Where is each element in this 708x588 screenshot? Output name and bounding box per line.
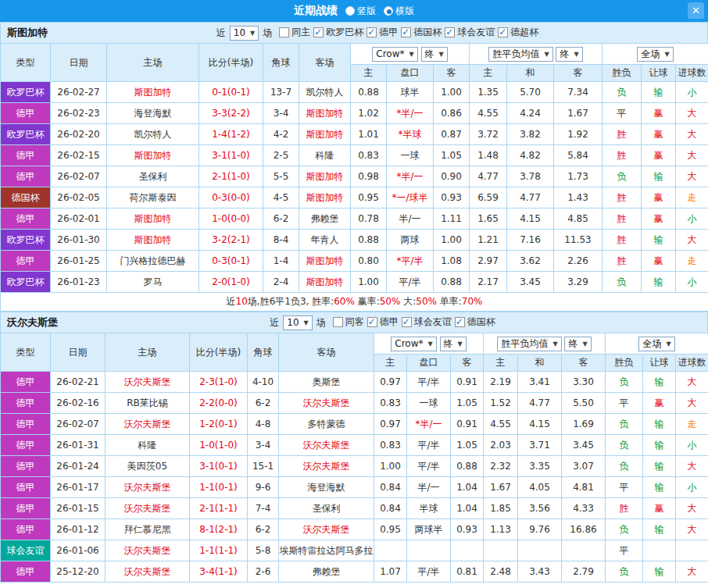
league-filter-checkbox[interactable]: 球会友谊 [445,26,495,39]
asia-away-odds: 0.87 [434,124,470,145]
handicap-value: 平/半 [407,561,451,583]
let-result-badge: 赢 [642,187,676,208]
filter-label: 德甲 [379,26,398,39]
euro-draw-odds: 3.62 [507,251,554,272]
euro-avg-select[interactable]: 胜平负均值▼ [497,337,561,351]
col-header-result: 胜负 [603,65,642,82]
let-result-badge: 赢 [642,251,676,272]
col-header-score: 比分(半场) [190,333,248,372]
home-team: 美因茨05 [105,456,190,477]
matches-body: 欧罗巴杯26-02-27斯图加特0-1(0-1)13-7凯尔特人0.88球半1.… [1,82,708,293]
away-team: 斯图加特 [299,166,351,187]
euro-away-odds: 5.84 [554,145,603,166]
home-team: 斯图加特 [107,230,199,251]
checkbox-unchecked-icon[interactable] [279,27,289,37]
checkbox-checked-icon[interactable] [402,317,412,327]
euro-draw-odds: 4.15 [507,208,554,230]
away-team: 凯尔特人 [299,82,351,103]
col-header-handicap: 盘口 [387,65,434,82]
league-filter-checkbox[interactable]: 德国杯 [455,315,495,329]
asia-home-odds: 0.98 [351,166,387,187]
games-label: 场 [263,27,272,40]
handicap-value [407,540,451,561]
away-team: 海登海默 [279,477,374,498]
home-team: 斯图加特 [107,145,199,166]
euro-away-odds: 16.86 [562,519,606,540]
handicap-value: 平/半 [407,456,451,477]
league-filter-checkbox[interactable]: 德甲 [367,315,399,329]
league-filter-checkbox[interactable]: 德国杯 [401,26,442,39]
checkbox-checked-icon[interactable] [498,27,508,37]
handicap-value: 半/一 [387,208,434,230]
euro-home-odds: 6.59 [470,187,507,208]
let-result-badge: 输 [643,414,676,435]
result-badge: 平 [606,477,643,498]
euro-home-odds: 2.97 [470,251,507,272]
checkbox-checked-icon[interactable] [367,317,377,327]
match-score: 2-3(1-0) [190,372,248,393]
asia-away-odds: 0.93 [451,519,484,540]
radio-checked-icon[interactable] [384,6,393,16]
match-count-select[interactable]: 10▼ [230,26,259,41]
match-date: 25-12-20 [51,561,105,583]
euro-home-odds: 4.55 [470,103,507,124]
home-team: RB莱比锡 [105,393,190,414]
asia-away-odds: 1.11 [434,208,470,230]
checkbox-unchecked-icon[interactable] [333,317,343,327]
league-badge: 德甲 [1,477,51,498]
layout-radio-horizontal[interactable]: 横版 [384,5,414,18]
asia-final-select[interactable]: 终▼ [440,337,467,351]
section-header: 沃尔夫斯堡 近 10▼ 场 同客德甲球会友谊德国杯 [0,312,708,333]
league-filter-checkbox[interactable]: 德甲 [367,26,398,39]
let-result-badge: 赢 [642,145,676,166]
away-team: 斯图加特 [299,251,351,272]
result-badge: 负 [606,561,643,583]
goals-badge: 走 [676,251,708,272]
corner-count: 7-4 [248,498,279,519]
handicap-value: 一球 [407,393,451,414]
close-button[interactable]: ✕ [688,2,704,19]
match-row: 德甲26-02-07沃尔夫斯堡1-2(0-1)4-8多特蒙德0.97*半/一0.… [1,414,708,435]
league-filter-checkbox[interactable]: 德超杯 [498,26,538,39]
euro-home-odds: 2.32 [484,456,518,477]
filter-label: 球会友谊 [414,315,452,329]
asia-away-odds: 0.91 [451,414,484,435]
checkbox-checked-icon[interactable] [401,27,411,37]
checkbox-checked-icon[interactable] [313,27,324,37]
goals-badge: 大 [676,103,708,124]
euro-final-select[interactable]: 终▼ [556,47,582,62]
league-filter-list: 同客德甲球会友谊德国杯 [330,315,495,330]
asia-home-odds: 0.95 [374,519,407,540]
match-date: 26-02-01 [51,208,107,230]
league-filter-checkbox[interactable]: 同客 [333,315,364,329]
euro-draw-odds: 4.15 [518,414,562,435]
league-filter-checkbox[interactable]: 欧罗巴杯 [313,26,363,39]
checkbox-checked-icon[interactable] [455,317,465,327]
euro-avg-select[interactable]: 胜平负均值▼ [488,47,552,62]
layout-radio-vertical[interactable]: 竖版 [345,5,376,18]
let-result-badge: 输 [643,477,676,498]
match-count-select[interactable]: 10▼ [283,315,312,330]
checkbox-checked-icon[interactable] [367,27,377,37]
scope-select[interactable]: 全场▼ [638,337,674,351]
asia-away-odds: 0.88 [451,456,484,477]
odds-source-select[interactable]: Crow*▼ [372,47,417,62]
league-filter-checkbox[interactable]: 球会友谊 [402,315,452,329]
filter-label: 欧罗巴杯 [326,26,363,39]
match-date: 26-02-07 [51,414,105,435]
league-filter-checkbox[interactable]: 同主 [279,26,310,39]
odds-source-select[interactable]: Crow*▼ [391,337,436,351]
result-badge: 负 [606,414,643,435]
league-badge: 德甲 [1,456,51,477]
match-date: 26-01-31 [51,435,105,456]
summary-segment: 场,胜6平1负3, 胜率: [248,296,334,307]
euro-avg-value: 胜平负均值 [492,48,539,61]
league-badge: 球会友谊 [1,540,51,561]
scope-select[interactable]: 全场▼ [637,47,673,62]
checkbox-checked-icon[interactable] [445,27,455,37]
col-header-away: 客场 [299,44,351,82]
radio-unchecked-icon[interactable] [345,6,355,16]
asia-final-select[interactable]: 终▼ [421,47,448,62]
match-date: 26-01-12 [51,519,105,540]
euro-final-select[interactable]: 终▼ [564,337,591,351]
